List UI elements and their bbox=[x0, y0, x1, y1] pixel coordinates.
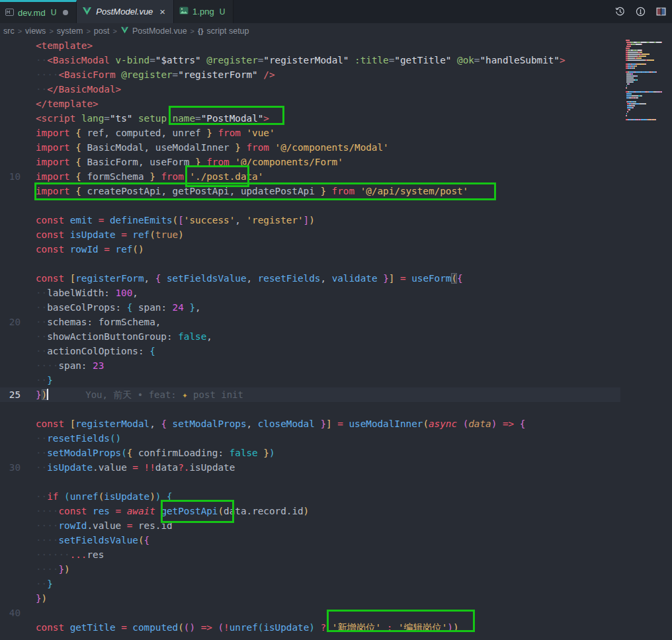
tab-postmodel-vue[interactable]: PostModel.vue × bbox=[77, 0, 174, 23]
modified-dot-icon[interactable] bbox=[63, 10, 68, 15]
code-line[interactable]: ··} bbox=[36, 577, 566, 591]
code-line[interactable]: const isUpdate = ref(true) bbox=[36, 227, 566, 242]
line-number bbox=[0, 358, 26, 373]
code-line[interactable]: const [registerForm, { setFieldsValue, r… bbox=[36, 271, 566, 286]
image-icon bbox=[179, 7, 189, 17]
code-line[interactable] bbox=[36, 198, 566, 213]
code-line[interactable]: })You, 前天 • feat: ✦ post init bbox=[36, 387, 566, 402]
chevron-right-icon: > bbox=[86, 27, 90, 35]
code-line[interactable]: ··setModalProps({ confirmLoading: false … bbox=[36, 446, 566, 460]
code-line[interactable]: const getTitle = computed(() => (!unref(… bbox=[36, 620, 566, 635]
breadcrumb-item-views[interactable]: views bbox=[25, 26, 46, 36]
breadcrumb-item-symbol[interactable]: script setup bbox=[207, 26, 249, 36]
git-untracked-badge: U bbox=[220, 7, 226, 17]
line-number bbox=[0, 547, 26, 562]
tab-label: PostModel.vue bbox=[96, 7, 153, 17]
code-line[interactable]: ··} bbox=[36, 373, 566, 387]
line-number bbox=[0, 562, 26, 577]
compare-icon[interactable] bbox=[635, 6, 646, 17]
line-number bbox=[0, 577, 26, 591]
line-number-gutter: 1020253040 bbox=[0, 38, 26, 635]
line-number bbox=[0, 533, 26, 547]
code-line[interactable]: import { formSchema } from './post.data' bbox=[36, 169, 566, 184]
line-number bbox=[0, 97, 26, 111]
line-number bbox=[0, 155, 26, 169]
git-blame-annotation: You, 前天 • feat: ✦ post init bbox=[85, 389, 243, 400]
code-line[interactable]: ····setFieldsValue({ bbox=[36, 533, 566, 547]
line-number bbox=[0, 38, 26, 53]
code-line[interactable] bbox=[36, 257, 566, 271]
code-line[interactable]: const [registerModal, { setModalProps, c… bbox=[36, 417, 566, 431]
breadcrumb: src > views > system > post > PostModel.… bbox=[0, 23, 672, 38]
code-line[interactable]: </template> bbox=[36, 97, 566, 111]
sparkles-icon: ✦ bbox=[182, 389, 187, 400]
history-icon[interactable] bbox=[614, 6, 626, 17]
code-line[interactable]: const rowId = ref() bbox=[36, 242, 566, 257]
code-line[interactable]: import { ref, computed, unref } from 'vu… bbox=[36, 126, 566, 140]
breadcrumb-item-system[interactable]: system bbox=[57, 26, 83, 36]
code-line[interactable]: import { createPostApi, getPostApi, upda… bbox=[36, 184, 566, 198]
code-line[interactable]: ··if (unref(isUpdate)) { bbox=[36, 489, 566, 504]
line-number bbox=[0, 227, 26, 242]
code-line[interactable]: import { BasicModal, useModalInner } fro… bbox=[36, 140, 566, 155]
code-line[interactable]: <script lang="ts" setup name="PostModal"… bbox=[36, 111, 566, 126]
line-number: 10 bbox=[0, 169, 26, 184]
line-number bbox=[0, 329, 26, 344]
line-number: 30 bbox=[0, 460, 26, 475]
editor-actions bbox=[614, 0, 672, 23]
chevron-right-icon: > bbox=[190, 27, 194, 35]
code-line[interactable]: ····}) bbox=[36, 562, 566, 577]
code-line[interactable]: ······...res bbox=[36, 547, 566, 562]
line-number bbox=[0, 140, 26, 155]
line-number: 20 bbox=[0, 315, 26, 329]
git-untracked-badge: U bbox=[51, 8, 57, 17]
line-number bbox=[0, 300, 26, 315]
code-line[interactable]: <template> bbox=[36, 38, 566, 53]
tab-dev-md[interactable]: dev.md U bbox=[0, 0, 77, 23]
line-number bbox=[0, 489, 26, 504]
code-editor[interactable]: 1020253040 <template>··<BasicModal v-bin… bbox=[0, 38, 672, 640]
code-line[interactable]: ··labelWidth: 100, bbox=[36, 286, 566, 300]
chevron-right-icon: > bbox=[112, 27, 116, 35]
split-editor-icon[interactable] bbox=[655, 6, 667, 17]
breadcrumb-item-file[interactable]: PostModel.vue bbox=[132, 26, 187, 36]
line-number bbox=[0, 286, 26, 300]
line-number bbox=[0, 431, 26, 446]
vscode-window: dev.md U PostModel.vue × 1.png U bbox=[0, 0, 672, 640]
code-line[interactable]: ··schemas: formSchema, bbox=[36, 315, 566, 329]
code-line[interactable]: ··</BasicModal> bbox=[36, 82, 566, 97]
breadcrumb-item-src[interactable]: src bbox=[3, 26, 15, 36]
code-line[interactable]: ··resetFields() bbox=[36, 431, 566, 446]
tab-label: dev.md bbox=[18, 8, 46, 18]
line-number bbox=[0, 67, 26, 82]
code-line[interactable] bbox=[36, 402, 566, 417]
line-number bbox=[0, 184, 26, 198]
code-line[interactable]: ··baseColProps: { span: 24 }, bbox=[36, 300, 566, 315]
code-line[interactable]: ····span: 23 bbox=[36, 358, 566, 373]
code-line[interactable]: ··showActionButtonGroup: false, bbox=[36, 329, 566, 344]
code-line[interactable]: ··<BasicModal v-bind="$attrs" @register=… bbox=[36, 53, 566, 67]
code-line[interactable] bbox=[36, 475, 566, 489]
line-number bbox=[0, 126, 26, 140]
code-line[interactable] bbox=[36, 606, 566, 620]
code-line[interactable]: ····const res = await getPostApi(data.re… bbox=[36, 504, 566, 518]
code-line[interactable]: import { BasicForm, useForm } from '@/co… bbox=[36, 155, 566, 169]
breadcrumb-item-post[interactable]: post bbox=[94, 26, 110, 36]
minimap[interactable] bbox=[620, 38, 672, 640]
chevron-right-icon: > bbox=[49, 27, 53, 35]
code-line[interactable]: const emit = defineEmits(['success', 're… bbox=[36, 213, 566, 227]
tab-1-png[interactable]: 1.png U bbox=[174, 0, 233, 23]
code-line[interactable]: ··actionColOptions: { bbox=[36, 344, 566, 358]
code-line[interactable]: ····rowId.value = res.id bbox=[36, 518, 566, 533]
chevron-right-icon: > bbox=[18, 27, 22, 35]
close-icon[interactable]: × bbox=[159, 7, 165, 17]
code-line[interactable]: }) bbox=[36, 591, 566, 606]
line-number bbox=[0, 344, 26, 358]
line-number bbox=[0, 417, 26, 431]
code-line[interactable]: ··isUpdate.value = !!data?.isUpdate bbox=[36, 460, 566, 475]
line-number bbox=[0, 213, 26, 227]
tab-label: 1.png bbox=[192, 7, 214, 17]
line-number bbox=[0, 446, 26, 460]
code-line[interactable]: ····<BasicForm @register="registerForm" … bbox=[36, 67, 566, 82]
code-content[interactable]: <template>··<BasicModal v-bind="$attrs" … bbox=[36, 38, 566, 635]
